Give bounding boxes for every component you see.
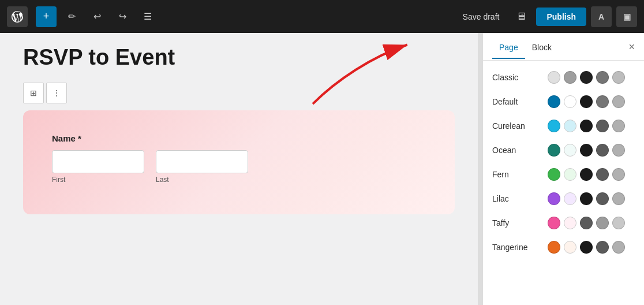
panel-content: ClassicDefaultCureleanOceanFernLilacTaff… bbox=[483, 61, 644, 305]
theme-name: Fern bbox=[492, 170, 544, 179]
color-swatch-2[interactable] bbox=[580, 144, 593, 157]
theme-row[interactable]: Tangerine bbox=[483, 235, 644, 259]
color-swatch-3[interactable] bbox=[596, 120, 609, 132]
theme-row[interactable]: Default bbox=[483, 90, 644, 114]
color-swatch-3[interactable] bbox=[596, 192, 609, 205]
name-inputs: First Last bbox=[52, 150, 426, 184]
color-swatch-2[interactable] bbox=[580, 71, 593, 84]
color-swatch-3[interactable] bbox=[596, 217, 609, 229]
color-swatch-0[interactable] bbox=[548, 71, 560, 84]
block-table-icon-button[interactable]: ⊞ bbox=[23, 83, 44, 103]
color-swatch-2[interactable] bbox=[580, 95, 593, 108]
redo-icon: ↪ bbox=[119, 11, 126, 22]
color-swatch-4[interactable] bbox=[612, 192, 625, 205]
color-swatch-2[interactable] bbox=[580, 168, 593, 181]
color-swatch-4[interactable] bbox=[612, 120, 625, 132]
color-swatch-4[interactable] bbox=[612, 168, 625, 181]
last-hint: Last bbox=[156, 176, 248, 184]
ellipsis-icon: ⋮ bbox=[53, 88, 61, 98]
form-card: Name * First Last bbox=[23, 110, 455, 214]
color-swatch-1[interactable] bbox=[564, 192, 576, 205]
color-swatch-2[interactable] bbox=[580, 120, 593, 132]
layout-button[interactable]: ▣ bbox=[616, 6, 637, 27]
theme-name: Curelean bbox=[492, 121, 544, 131]
color-swatch-0[interactable] bbox=[548, 144, 560, 157]
astra-button[interactable]: A bbox=[591, 6, 612, 27]
table-icon: ⊞ bbox=[30, 88, 37, 98]
color-swatch-3[interactable] bbox=[596, 95, 609, 108]
save-draft-button[interactable]: Save draft bbox=[456, 9, 507, 25]
first-name-input[interactable] bbox=[52, 150, 144, 173]
theme-name: Default bbox=[492, 97, 544, 106]
color-swatch-0[interactable] bbox=[548, 241, 560, 254]
color-swatch-1[interactable] bbox=[564, 168, 576, 181]
color-swatch-0[interactable] bbox=[548, 120, 560, 132]
color-swatch-3[interactable] bbox=[596, 144, 609, 157]
tab-page[interactable]: Page bbox=[492, 36, 525, 59]
color-swatch-4[interactable] bbox=[612, 217, 625, 229]
block-toolbar: ⊞ ⋮ bbox=[23, 83, 455, 103]
list-view-icon: ☰ bbox=[144, 11, 152, 22]
color-swatch-3[interactable] bbox=[596, 241, 609, 254]
color-swatch-4[interactable] bbox=[612, 71, 625, 84]
color-swatch-1[interactable] bbox=[564, 217, 576, 229]
color-swatch-1[interactable] bbox=[564, 95, 576, 108]
color-swatch-2[interactable] bbox=[580, 192, 593, 205]
wordpress-logo bbox=[7, 6, 28, 27]
color-swatch-0[interactable] bbox=[548, 95, 560, 108]
color-swatch-1[interactable] bbox=[564, 120, 576, 132]
add-block-button[interactable]: + bbox=[36, 6, 57, 27]
color-swatch-4[interactable] bbox=[612, 144, 625, 157]
theme-row[interactable]: Ocean bbox=[483, 138, 644, 162]
plus-icon: + bbox=[43, 10, 50, 23]
theme-row[interactable]: Fern bbox=[483, 162, 644, 187]
list-view-button[interactable]: ☰ bbox=[137, 6, 158, 27]
first-name-group: First bbox=[52, 150, 144, 184]
redo-button[interactable]: ↪ bbox=[112, 6, 133, 27]
theme-name: Tangerine bbox=[492, 243, 544, 252]
theme-row[interactable]: Curelean bbox=[483, 114, 644, 138]
main-area: RSVP to Event ⊞ ⋮ Name * First Last bbox=[0, 33, 644, 305]
color-swatch-0[interactable] bbox=[548, 168, 560, 181]
theme-row[interactable]: Classic bbox=[483, 65, 644, 90]
color-swatch-1[interactable] bbox=[564, 144, 576, 157]
panel-close-button[interactable]: × bbox=[628, 42, 635, 52]
first-hint: First bbox=[52, 176, 144, 184]
last-name-input[interactable] bbox=[156, 150, 248, 173]
page-title: RSVP to Event bbox=[23, 44, 455, 71]
preview-button[interactable]: 🖥 bbox=[511, 6, 531, 27]
color-swatch-4[interactable] bbox=[612, 95, 625, 108]
editor-area: RSVP to Event ⊞ ⋮ Name * First Last bbox=[0, 33, 478, 305]
undo-icon: ↩ bbox=[93, 11, 101, 22]
undo-button[interactable]: ↩ bbox=[87, 6, 107, 27]
publish-button[interactable]: Publish bbox=[536, 8, 586, 26]
toolbar: + ✏ ↩ ↪ ☰ Save draft 🖥 Publish A ▣ bbox=[0, 0, 644, 33]
theme-name: Taffy bbox=[492, 218, 544, 228]
color-swatch-2[interactable] bbox=[580, 241, 593, 254]
color-swatch-1[interactable] bbox=[564, 241, 576, 254]
color-swatch-0[interactable] bbox=[548, 192, 560, 205]
right-panel: Page Block × ClassicDefaultCureleanOcean… bbox=[482, 33, 644, 305]
color-swatch-0[interactable] bbox=[548, 217, 560, 229]
theme-row[interactable]: Taffy bbox=[483, 211, 644, 235]
layout-icon: ▣ bbox=[623, 12, 631, 21]
block-options-button[interactable]: ⋮ bbox=[46, 83, 67, 103]
tab-block[interactable]: Block bbox=[525, 36, 559, 59]
theme-name: Lilac bbox=[492, 194, 544, 203]
last-name-group: Last bbox=[156, 150, 248, 184]
theme-name: Classic bbox=[492, 73, 544, 82]
color-swatch-1[interactable] bbox=[564, 71, 576, 84]
color-swatch-3[interactable] bbox=[596, 71, 609, 84]
color-swatch-4[interactable] bbox=[612, 241, 625, 254]
name-label: Name * bbox=[52, 133, 426, 143]
pencil-icon: ✏ bbox=[68, 11, 76, 22]
monitor-icon: 🖥 bbox=[516, 10, 526, 23]
theme-row[interactable]: Lilac bbox=[483, 187, 644, 211]
panel-header: Page Block × bbox=[483, 33, 644, 61]
panel-scrollbar[interactable] bbox=[478, 33, 482, 305]
color-swatch-2[interactable] bbox=[580, 217, 593, 229]
color-swatch-3[interactable] bbox=[596, 168, 609, 181]
tools-button[interactable]: ✏ bbox=[61, 6, 82, 27]
theme-name: Ocean bbox=[492, 146, 544, 155]
